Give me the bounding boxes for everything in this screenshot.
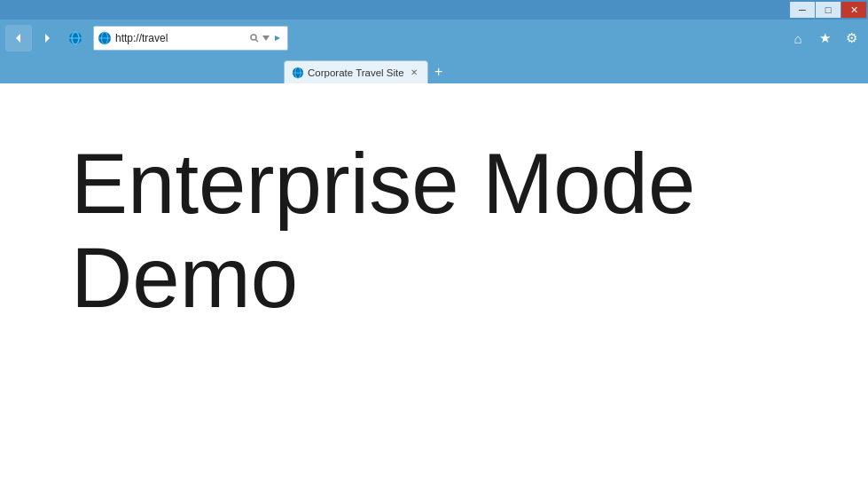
tab-ie-icon	[292, 67, 304, 79]
active-tab[interactable]: Corporate Travel Site ✕	[284, 60, 428, 83]
settings-button[interactable]: ⚙	[840, 27, 863, 50]
title-bar-controls: ─ □ ✕	[790, 2, 866, 18]
heading-line1: Enterprise Mode	[71, 137, 695, 231]
address-go-button[interactable]	[271, 34, 284, 43]
address-bar[interactable]	[93, 26, 288, 51]
address-dropdown-button[interactable]	[261, 35, 271, 41]
address-ie-icon	[98, 31, 112, 45]
favorites-button[interactable]: ★	[813, 27, 836, 50]
browser-window: ─ □ ✕	[0, 0, 868, 489]
back-button[interactable]	[5, 25, 32, 51]
home-button[interactable]: ⌂	[786, 27, 809, 50]
heading-line2: Demo	[71, 231, 695, 325]
ie-icon-button[interactable]	[62, 25, 89, 51]
tab-bar: Corporate Travel Site ✕ +	[0, 57, 868, 83]
new-tab-button[interactable]: +	[428, 60, 450, 83]
svg-line-7	[256, 40, 259, 43]
toolbar-icons: ⌂ ★ ⚙	[786, 27, 863, 50]
browser-chrome: ⌂ ★ ⚙ Corporate Travel Site ✕ +	[0, 20, 868, 83]
forward-icon	[40, 31, 54, 45]
tab-label: Corporate Travel Site	[308, 67, 404, 78]
forward-button[interactable]	[34, 25, 60, 51]
address-search-button[interactable]	[248, 34, 261, 43]
close-button[interactable]: ✕	[841, 2, 866, 18]
top-row: ⌂ ★ ⚙	[0, 20, 868, 57]
ie-icon	[68, 31, 82, 45]
go-icon	[273, 34, 282, 43]
back-icon	[12, 31, 26, 45]
address-input[interactable]	[115, 32, 248, 44]
title-bar: ─ □ ✕	[0, 0, 868, 20]
search-icon	[250, 34, 259, 43]
tab-close-button[interactable]: ✕	[408, 67, 420, 79]
restore-button[interactable]: □	[816, 2, 841, 18]
minimize-button[interactable]: ─	[790, 2, 815, 18]
content-area: Enterprise Mode Demo	[0, 83, 868, 489]
page-heading: Enterprise Mode Demo	[71, 137, 695, 324]
svg-point-6	[251, 35, 256, 40]
chevron-down-icon	[262, 35, 270, 41]
page-content: Enterprise Mode Demo	[71, 137, 695, 324]
